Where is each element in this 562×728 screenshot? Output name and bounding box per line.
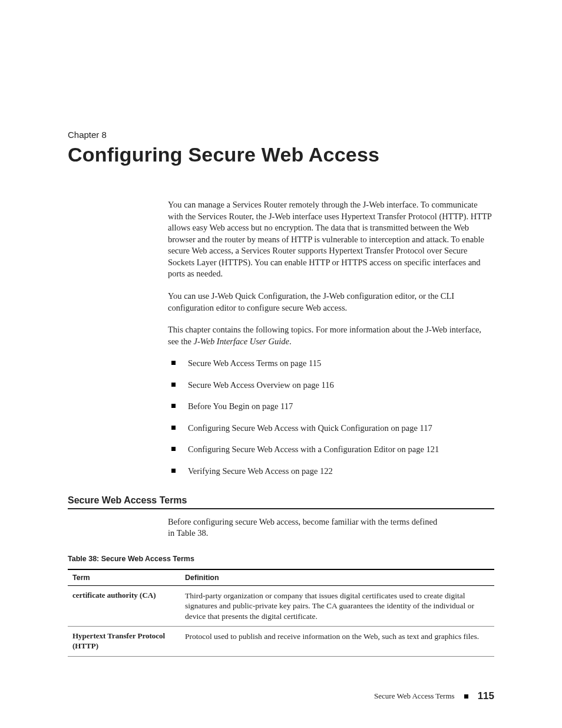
definition-cell: Protocol used to publish and receive inf… <box>180 627 494 657</box>
definition-cell: Third-party organization or company that… <box>180 585 494 627</box>
section-intro: Before configuring secure Web access, be… <box>168 516 439 539</box>
table-caption: Table 38: Secure Web Access Terms <box>68 555 494 563</box>
section-heading: Secure Web Access Terms <box>68 495 494 506</box>
terms-table: Term Definition certificate authority (C… <box>68 569 494 657</box>
topic-item: Secure Web Access Terms on page 115 <box>168 358 494 370</box>
term-cell: Hypertext Transfer Protocol (HTTP) <box>68 627 180 657</box>
table-head-term: Term <box>68 569 180 586</box>
topic-item: Verifying Secure Web Access on page 122 <box>168 466 494 477</box>
table-head-definition: Definition <box>180 569 494 586</box>
footer-section-label: Secure Web Access Terms <box>374 691 455 701</box>
topic-item: Configuring Secure Web Access with Quick… <box>168 423 494 434</box>
topic-item: Configuring Secure Web Access with a Con… <box>168 444 494 456</box>
intro-paragraph-1: You can manage a Services Router remotel… <box>168 199 494 280</box>
topic-item: Secure Web Access Overview on page 116 <box>168 380 494 391</box>
intro-paragraph-3: This chapter contains the following topi… <box>168 324 494 347</box>
table-head-row: Term Definition <box>68 569 494 586</box>
page-footer: Secure Web Access Terms 115 <box>374 690 494 702</box>
topic-list: Secure Web Access Terms on page 115 Secu… <box>168 358 494 477</box>
table-row: Hypertext Transfer Protocol (HTTP) Proto… <box>68 627 494 657</box>
topic-item: Before You Begin on page 117 <box>168 401 494 413</box>
intro-p3-citation: J-Web Interface User Guide <box>193 337 289 346</box>
page-number: 115 <box>478 690 494 702</box>
chapter-title: Configuring Secure Web Access <box>68 143 494 166</box>
term-cell: certificate authority (CA) <box>68 585 180 627</box>
section-rule <box>68 508 494 509</box>
chapter-label: Chapter 8 <box>68 130 494 140</box>
table-row: certificate authority (CA) Third-party o… <box>68 585 494 627</box>
intro-p3-text-b: . <box>289 337 292 346</box>
square-bullet-icon <box>464 694 468 699</box>
intro-paragraph-2: You can use J-Web Quick Configuration, t… <box>168 291 494 314</box>
